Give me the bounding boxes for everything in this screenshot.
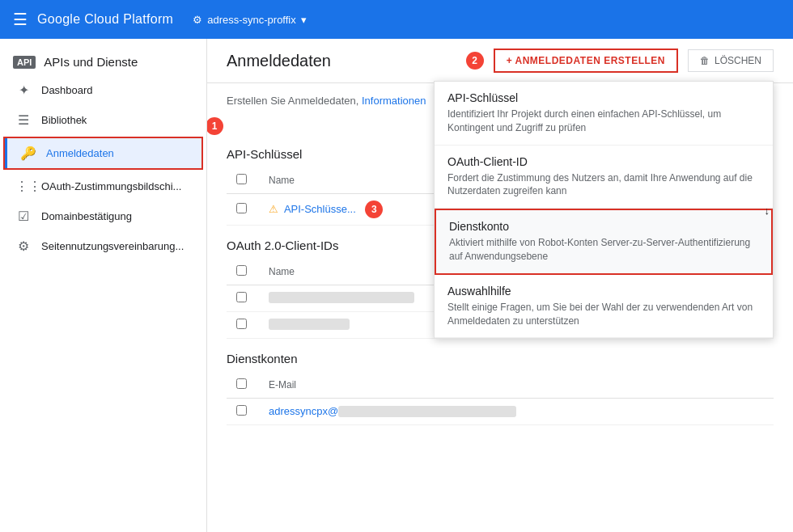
sidebar-item-label: Dashboard [41,84,93,96]
sidebar-item-label: Seitennutzungsvereinbarung... [41,240,184,252]
dienst-select-all[interactable] [236,378,247,389]
sidebar: API APIs und Dienste ✦ Dashboard ☰ Bibli… [0,39,207,532]
topbar: ☰ Google Cloud Platform ⚙ adress-sync-pr… [0,0,793,39]
menu-icon[interactable]: ☰ [13,10,28,29]
page-title: Anmeldedaten [227,52,453,70]
content-header: Anmeldedaten 2 + ANMELDEDATEN ERSTELLEN … [207,39,793,83]
sidebar-item-dashboard[interactable]: ✦ Dashboard [0,75,206,105]
dropdown-item-oauth-client[interactable]: OAuth-Client-ID Fordert die Zustimmung d… [435,146,773,209]
dropdown-item-dienstkonto[interactable]: Dienstkonto Aktiviert mithilfe von Robot… [435,209,773,275]
badge-1: 1 [207,117,223,135]
oauth-select-all[interactable] [236,265,247,276]
dienst-row-checkbox[interactable] [236,405,247,416]
row-checkbox-cell [227,193,259,225]
content-area: Anmeldedaten 2 + ANMELDEDATEN ERSTELLEN … [207,39,793,532]
dienstkonten-section-title: Dienstkonten [227,352,774,365]
sidebar-item-label: Bibliothek [41,114,87,126]
sidebar-item-bibliothek[interactable]: ☰ Bibliothek [0,105,206,135]
dropdown-item-desc: Fordert die Zustimmung des Nutzers an, d… [447,171,760,199]
settings-icon: ⚙ [15,239,32,254]
sidebar-item-anmeldedaten[interactable]: 🔑 Anmeldedaten [5,138,201,168]
create-credentials-button[interactable]: + ANMELDEDATEN ERSTELLEN [494,49,678,73]
dropdown-item-api-schluessel[interactable]: API-Schlüssel Identifiziert Ihr Projekt … [435,82,773,146]
sidebar-section-title: APIs und Dienste [44,55,138,69]
bibliothek-icon: ☰ [15,112,32,128]
dropdown-item-desc: Identifiziert Ihr Projekt durch einen ei… [447,108,760,135]
api-key-name[interactable]: API-Schlüsse... [284,203,356,215]
sidebar-item-label: OAuth-Zustimmungsbildschi... [41,180,181,192]
chevron-down-icon: ▾ [301,14,307,26]
project-selector[interactable]: ⚙ adress-sync-proffix ▾ [193,14,307,26]
sidebar-item-label: Domainbestätigung [41,210,132,222]
dropdown-item-title: Dienstkonto [449,220,758,233]
badge-3: 3 [365,201,383,218]
sidebar-item-anmeldedaten-wrapper: 🔑 Anmeldedaten [3,137,203,170]
sidebar-item-oauth[interactable]: ⋮⋮ OAuth-Zustimmungsbildschi... [0,171,206,201]
dropdown-item-title: OAuth-Client-ID [447,155,760,168]
delete-label: LÖSCHEN [715,55,761,66]
scroll-down-icon[interactable]: ↓ [761,201,774,219]
oauth-icon: ⋮⋮ [15,179,32,194]
main-layout: API APIs und Dienste ✦ Dashboard ☰ Bibli… [0,39,793,532]
dienstkonten-table: E-Mail adressyncpx@ [227,372,774,425]
info-link[interactable]: Informationen [362,95,426,107]
row-checkbox[interactable] [236,203,247,213]
dienst-email-value[interactable]: adressyncpx@ [269,405,516,417]
table-header-checkbox [227,167,259,194]
dienst-email-header: E-Mail [259,372,774,399]
app-title: Google Cloud Platform [37,12,173,27]
dienst-table-row: adressyncpx@ [227,398,774,424]
dashboard-icon: ✦ [15,82,32,98]
dropdown-item-desc: Aktiviert mithilfe von Robot-Konten Serv… [449,236,758,264]
dropdown-item-auswahlhilfe[interactable]: Auswahlhilfe Stellt einige Fragen, um Si… [435,275,773,339]
badge-2: 2 [466,52,484,70]
dienst-email-cell: adressyncpx@ [259,398,774,424]
trash-icon: 🗑 [700,55,710,66]
sidebar-item-domain[interactable]: ☑ Domainbestätigung [0,201,206,231]
sidebar-item-nutzung[interactable]: ⚙ Seitennutzungsvereinbarung... [0,231,206,261]
dropdown-item-title: API-Schlüssel [447,91,760,104]
dropdown-menu: API-Schlüssel Identifiziert Ihr Projekt … [434,81,774,339]
project-icon: ⚙ [193,14,202,26]
warning-icon: ⚠ [269,203,278,215]
oauth-header-checkbox [227,259,259,285]
domain-icon: ☑ [15,209,32,224]
key-icon: 🔑 [20,146,36,161]
oauth-row-checkbox[interactable] [236,292,247,302]
blurred-name-1 [269,292,414,303]
dienst-header-checkbox [227,372,259,399]
dropdown-item-desc: Stellt einige Fragen, um Sie bei der Wah… [447,301,760,328]
delete-button[interactable]: 🗑 LÖSCHEN [688,49,774,72]
project-name: adress-sync-proffix [207,14,296,26]
oauth-row-checkbox-2[interactable] [236,319,247,329]
select-all-checkbox[interactable] [236,174,247,184]
sidebar-item-label: Anmeldedaten [46,147,114,159]
dropdown-item-title: Auswahlhilfe [447,285,760,298]
api-badge: API [13,56,36,69]
sidebar-header: API APIs und Dienste [0,45,206,75]
